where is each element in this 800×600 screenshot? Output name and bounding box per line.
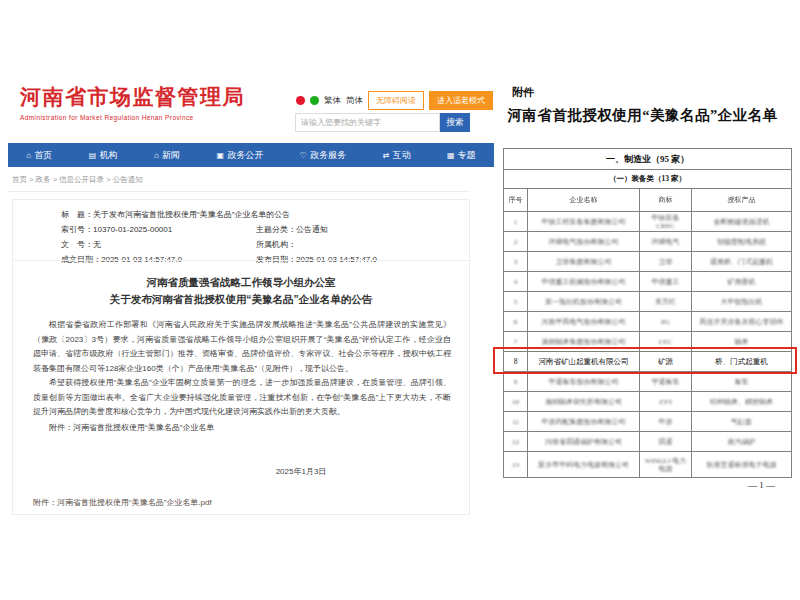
site-logo-title: 河南省市场监督管理局 <box>20 83 245 111</box>
table-row: 10洛阳轴承研究所有限公司ZYS特种轴承、精密轴承 <box>504 392 792 412</box>
table-row: 7洛阳轴承集团股份有限公司LYC轴承 <box>504 332 792 352</box>
table-row: 12河南省四通锅炉有限公司四通蒸汽锅炉 <box>504 432 792 452</box>
nav-label: 政务公开 <box>227 149 263 162</box>
article-container: 标 题： 关于发布河南省首批授权使用“美豫名品”企业名单的公告 索引号：1037… <box>12 199 470 515</box>
wechat-icon[interactable] <box>310 96 319 105</box>
search-bar: 搜索 <box>295 113 470 132</box>
table-section-manufacturing: 一、制造业（95 家） <box>504 149 792 170</box>
table-header-row: 序号 企业名称 商标 授权产品 <box>504 189 792 212</box>
meta-title-value: 关于发布河南省首批授权使用“美豫名品”企业名单的公告 <box>93 207 290 222</box>
attachment-title: 河南省首批授权使用“美豫名品”企业名单 <box>485 106 800 125</box>
article-metadata: 标 题： 关于发布河南省首批授权使用“美豫名品”企业名单的公告 索引号：1037… <box>61 207 441 267</box>
breadcrumb[interactable]: 首页 > 政务 > 信息公开目录 > 公告通知 <box>12 175 143 185</box>
screenshot-canvas: 河南省市场监督管理局 Administration for Market Reg… <box>0 0 800 600</box>
col-brand: 商标 <box>640 189 692 212</box>
nav-label: 互动 <box>392 149 410 162</box>
arrows-icon: ⇄ <box>383 151 390 160</box>
weibo-icon[interactable] <box>296 96 305 105</box>
heart-icon: ♡ <box>300 151 307 160</box>
article-attachment-line: 附件：河南省首批授权使用“美豫名品”企业名单 <box>33 421 451 436</box>
site-logo: 河南省市场监督管理局 Administration for Market Reg… <box>20 83 245 121</box>
table-row: 11中原内配集团股份有限公司中原气缸套 <box>504 412 792 432</box>
table-section-equipment: （一）装备类（13 家） <box>504 170 792 189</box>
meta-index-row: 索引号：10370-01-2025-00001 主题分类：公告通知 <box>61 222 441 237</box>
table-row: 9宇通客车股份有限公司宇通客车客车 <box>504 372 792 392</box>
col-seq: 序号 <box>504 189 528 212</box>
site-logo-subtitle: Administration for Market Regulation Hen… <box>20 114 245 121</box>
article-paragraph: 希望获得授权使用“美豫名品”企业牢固树立质量第一的理念，进一步加强质量品牌建设，… <box>33 376 451 420</box>
page-number: — 1 — <box>485 480 775 490</box>
col-company: 企业名称 <box>528 189 640 212</box>
article-heading-line2: 关于发布河南省首批授权使用“美豫名品”企业名单的公告 <box>13 293 469 307</box>
metadata-divider <box>13 260 469 261</box>
meta-title-row: 标 题： 关于发布河南省首批授权使用“美豫名品”企业名单的公告 <box>61 207 441 222</box>
header-controls: 繁体 简体 无障碍阅读 进入适老模式 <box>296 91 493 110</box>
article-body: 根据省委省政府工作部署和《河南省人民政府关于实施品牌发展战略推进“美豫名品”公共… <box>33 318 451 435</box>
news-icon: ⌂ <box>154 151 159 160</box>
meta-category: 主题分类：公告通知 <box>256 222 441 237</box>
table-row: 5第一拖拉机股份有限公司东方红大中型拖拉机 <box>504 292 792 312</box>
attachment-label: 附件 <box>512 85 534 100</box>
nav-item-interaction[interactable]: ⇄ 互动 <box>383 149 411 162</box>
website-panel: 河南省市场监督管理局 Administration for Market Reg… <box>8 75 498 530</box>
meta-title-label: 标 题： <box>61 207 93 222</box>
attachment-document: 附件 河南省首批授权使用“美豫名品”企业名单 一、制造业（95 家） （一）装备… <box>485 85 800 505</box>
table-row: 4中信重工机械股份有限公司中信重工矿用磨机 <box>504 272 792 292</box>
nav-item-gov-affairs[interactable]: ▣ 政务公开 <box>217 149 264 162</box>
meta-org: 所属机构： <box>256 237 441 252</box>
table-row: 2许继电气股份有限公司许继电气智能变配电系统 <box>504 232 792 252</box>
table-row-highlighted: 8河南省矿山起重机有限公司矿源桥、门式起重机 <box>504 352 792 372</box>
nav-item-topics[interactable]: ▦ 专题 <box>447 149 476 162</box>
nav-item-org[interactable]: ▤ 机构 <box>89 149 118 162</box>
nav-item-home[interactable]: ⌂ 首页 <box>26 149 52 162</box>
table-row: 1中铁工程装备集团有限公司中铁装备 CREC全断面隧道掘进机 <box>504 212 792 232</box>
lang-traditional-link[interactable]: 繁体 <box>324 95 341 107</box>
search-button[interactable]: 搜索 <box>440 113 470 132</box>
nav-label: 政务服务 <box>310 149 346 162</box>
nav-item-gov-services[interactable]: ♡ 政务服务 <box>300 149 346 162</box>
meta-docno-row: 文 号：无 所属机构： <box>61 237 441 252</box>
meta-index: 索引号：10370-01-2025-00001 <box>61 222 256 237</box>
company-table: 一、制造业（95 家） （一）装备类（13 家） 序号 企业名称 商标 授权产品… <box>503 148 792 478</box>
article-heading-line1: 河南省质量强省战略工作领导小组办公室 <box>13 276 469 290</box>
search-input[interactable] <box>295 113 440 132</box>
nav-label: 机构 <box>99 149 117 162</box>
nav-item-news[interactable]: ⌂ 新闻 <box>154 149 180 162</box>
table-row: 3卫华集团有限公司卫华通用桥、门式起重机 <box>504 252 792 272</box>
col-product: 授权产品 <box>692 189 792 212</box>
accessibility-button[interactable]: 无障碍阅读 <box>368 91 424 110</box>
article-paragraph: 根据省委省政府工作部署和《河南省人民政府关于实施品牌发展战略推进“美豫名品”公共… <box>33 318 451 376</box>
attachment-pdf-link[interactable]: 附件：河南省首批授权使用“美豫名品”企业名单.pdf <box>33 497 212 508</box>
meta-docno: 文 号：无 <box>61 237 256 252</box>
elder-mode-button[interactable]: 进入适老模式 <box>429 91 493 110</box>
document-icon: ▣ <box>217 151 225 160</box>
table-row: 6河南平高电气股份有限公司PG高压开关设备及核心零部件 <box>504 312 792 332</box>
main-navbar: ⌂ 首页 ▤ 机构 ⌂ 新闻 ▣ 政务公开 ♡ 政务服务 ⇄ 互动 <box>8 143 494 167</box>
nav-label: 新闻 <box>162 149 180 162</box>
lang-simplified-link[interactable]: 简体 <box>346 95 363 107</box>
nav-label: 专题 <box>458 149 476 162</box>
building-icon: ▤ <box>89 151 97 160</box>
nav-label: 首页 <box>34 149 52 162</box>
grid-icon: ▦ <box>447 151 455 160</box>
breadcrumb-divider <box>8 191 470 192</box>
home-icon: ⌂ <box>26 151 31 160</box>
table-row: 13新乡市中科电力电源有限公司WINGLI 电力电源轨道交通标准电子电源 <box>504 452 792 478</box>
article-date: 2025年1月3日 <box>13 466 469 477</box>
